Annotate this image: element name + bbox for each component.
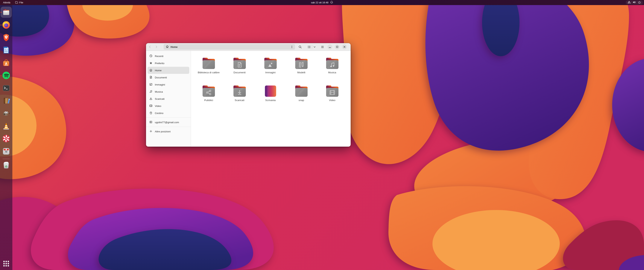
view-options-group	[306, 44, 317, 50]
dock-download-manager-icon[interactable]	[2, 147, 10, 156]
folder-label: Scrivania	[265, 99, 276, 102]
hamburger-menu-button[interactable]	[320, 44, 325, 50]
forward-button[interactable]	[154, 44, 159, 50]
sidebar-label: Cestino	[155, 112, 164, 114]
sidebar-item-recenti[interactable]: Recenti	[148, 53, 189, 60]
folder-label: Documenti	[234, 71, 246, 74]
dock-terminal-icon[interactable]	[2, 84, 10, 92]
home-icon	[166, 45, 169, 49]
document-icon	[150, 76, 152, 79]
minimize-button[interactable]	[328, 44, 332, 49]
sidebar-item-cestino[interactable]: Cestino	[148, 109, 189, 117]
activities-button[interactable]: Attività	[3, 0, 10, 5]
address-bar[interactable]: Home	[164, 44, 295, 50]
folder-icon	[294, 56, 309, 70]
folder-immagini[interactable]: Immagini	[255, 56, 286, 84]
search-button[interactable]	[297, 44, 303, 50]
dock-files-icon[interactable]	[2, 8, 10, 17]
dock-libreoffice-writer-icon[interactable]	[2, 46, 10, 54]
system-status-area[interactable]	[626, 1, 643, 5]
sidebar-label: ugolini77@gmail.com	[155, 121, 179, 124]
folder-label: Modelli	[297, 71, 305, 74]
show-applications-button[interactable]	[2, 259, 10, 268]
wired-network-icon	[628, 1, 630, 4]
maximize-button[interactable]	[335, 44, 340, 49]
folder-icon	[324, 56, 340, 70]
dock-calibre-icon[interactable]	[2, 96, 10, 105]
folder-icon	[263, 56, 278, 70]
folder-scaricati[interactable]: Scaricati	[224, 84, 255, 112]
location-label: Home	[170, 46, 178, 48]
view-options-dropdown[interactable]	[312, 44, 317, 50]
folder-scrivania[interactable]: Scrivania	[255, 84, 286, 112]
folder-icon	[232, 84, 248, 98]
folder-modelli[interactable]: Modelli	[286, 56, 317, 84]
dock-firefox-icon[interactable]	[2, 21, 10, 29]
desktop-icon	[263, 84, 278, 98]
clock-label: sab 22 ott 16:48	[311, 1, 328, 4]
sidebar-label: Documenti	[155, 76, 167, 79]
folder-pubblici[interactable]: Pubblici	[193, 84, 224, 112]
sidebar-label: Scaricati	[155, 97, 164, 100]
download-icon	[150, 97, 152, 101]
headerbar: Home	[146, 43, 351, 51]
folder-musica[interactable]: Musica	[317, 56, 348, 84]
dock-media-pinwheel-icon[interactable]	[2, 134, 10, 143]
app-menu[interactable]: File	[15, 0, 23, 5]
sidebar-label: Home	[155, 69, 162, 72]
dock-trash-icon[interactable]: ♻	[2, 161, 10, 170]
sidebar-item-musica[interactable]: Musica	[148, 88, 189, 95]
folder-icon	[201, 56, 216, 70]
image-icon	[150, 83, 152, 86]
folder-label: Biblioteca di calibre	[198, 71, 220, 74]
folder-video[interactable]: Video	[317, 84, 348, 112]
list-view-button[interactable]	[306, 44, 312, 50]
dock-brave-icon[interactable]	[2, 33, 10, 42]
activities-label: Attività	[3, 1, 10, 4]
sidebar: Recenti Preferito Home Documenti Immagin…	[146, 51, 191, 147]
sidebar-item-google-account[interactable]: ugolini77@gmail.com	[148, 119, 189, 126]
firefox-running-dot	[0, 25, 2, 26]
volume-icon	[633, 1, 636, 4]
sidebar-item-preferito[interactable]: Preferito	[148, 60, 189, 67]
sidebar-label: Musica	[155, 90, 163, 93]
sidebar-item-immagini[interactable]: Immagini	[148, 81, 189, 88]
sidebar-label: Preferito	[155, 62, 164, 65]
window-body: Recenti Preferito Home Documenti Immagin…	[146, 51, 351, 147]
back-button[interactable]	[147, 44, 153, 50]
dock-spotify-icon[interactable]	[2, 71, 10, 80]
folder-label: Video	[329, 99, 335, 102]
dock-ubuntu-software-icon[interactable]: A	[2, 59, 10, 67]
sidebar-label: Recenti	[155, 55, 164, 58]
sidebar-item-documenti[interactable]: Documenti	[148, 74, 189, 81]
sidebar-label: Video	[155, 105, 161, 107]
sidebar-label: Altre posizioni	[155, 130, 170, 133]
sidebar-item-home[interactable]: Home	[148, 67, 189, 74]
location-menu-button[interactable]	[290, 44, 294, 49]
dock-separator	[2, 159, 10, 159]
clock-button[interactable]: sab 22 ott 16:48	[311, 0, 333, 5]
music-note-icon	[150, 90, 152, 94]
sidebar-item-video[interactable]: Video	[148, 102, 189, 109]
folder-label: Immagini	[265, 71, 276, 74]
star-icon	[150, 62, 152, 65]
home-icon	[150, 69, 152, 72]
sidebar-item-scaricati[interactable]: Scaricati	[148, 95, 189, 102]
power-icon	[638, 1, 641, 4]
file-grid: Biblioteca di calibre Docu	[191, 51, 351, 147]
close-button[interactable]	[342, 44, 347, 49]
recycle-icon: ♻	[5, 165, 7, 168]
folder-snap[interactable]: snap	[286, 84, 317, 112]
sidebar-item-other-locations[interactable]: Altre posizioni	[148, 128, 189, 135]
dock-vlc-icon[interactable]	[2, 122, 10, 130]
folder-label: snap	[298, 99, 304, 102]
folder-documenti[interactable]: Documenti	[224, 56, 255, 84]
spotify-running-dot	[0, 75, 2, 76]
dock-gimp-icon[interactable]	[2, 109, 10, 117]
app-menu-label: File	[19, 1, 23, 4]
notification-bell-icon	[330, 1, 333, 4]
plus-icon	[150, 130, 152, 133]
folder-icon	[232, 56, 248, 70]
folder-icon	[324, 84, 340, 98]
folder-biblioteca-di-calibre[interactable]: Biblioteca di calibre	[193, 56, 224, 84]
